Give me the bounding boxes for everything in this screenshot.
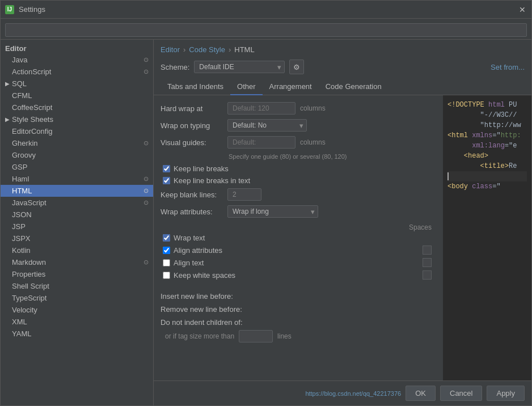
sidebar-item-javascript[interactable]: JavaScript ⊙	[1, 197, 153, 209]
panel-area: Hard wrap at columns Wrap on typing Defa…	[154, 95, 531, 380]
sidebar-item-json[interactable]: JSON	[1, 209, 153, 221]
code-line-2: "-//W3C//	[447, 110, 527, 120]
tag-size-suffix: lines	[277, 332, 292, 340]
align-attributes-space[interactable]	[423, 246, 432, 255]
tab-tabs-indents[interactable]: Tabs and Indents	[161, 79, 230, 95]
breadcrumb-sep1: ›	[183, 45, 185, 54]
no-indent-children-label: Do not indent children of:	[161, 318, 436, 327]
keep-white-spaces-label: Keep white spaces	[174, 271, 423, 280]
sidebar-item-jspx[interactable]: JSPX	[1, 232, 153, 244]
sidebar-item-markdown-icon: ⊙	[143, 259, 149, 266]
sidebar-item-yaml[interactable]: YAML	[1, 328, 153, 340]
sidebar-item-typescript[interactable]: TypeScript	[1, 292, 153, 304]
sidebar-item-sql[interactable]: ▶ SQL	[1, 78, 153, 90]
align-text-row: Align text	[161, 258, 436, 267]
app-icon: IJ	[5, 5, 14, 14]
settings-window: IJ Settings ✕ Editor Java ⊙ ActionScript…	[0, 0, 532, 406]
settings-panel: Hard wrap at columns Wrap on typing Defa…	[154, 95, 443, 380]
cancel-button[interactable]: Cancel	[440, 386, 482, 401]
sidebar-item-gherkin-label: Gherkin	[12, 139, 38, 147]
sidebar-item-xml-label: XML	[12, 318, 27, 326]
sidebar-item-sql-label: SQL	[12, 79, 27, 88]
wrap-text-checkbox[interactable]	[163, 234, 170, 242]
sidebar-item-jsp[interactable]: JSP	[1, 221, 153, 232]
align-attributes-checkbox[interactable]	[163, 247, 170, 254]
sidebar-item-markdown[interactable]: Markdown ⊙	[1, 256, 153, 268]
sidebar-item-properties[interactable]: Properties	[1, 268, 153, 280]
sidebar-item-haml[interactable]: Haml ⊙	[1, 173, 153, 185]
keep-line-breaks-checkbox[interactable]	[163, 165, 170, 172]
breadcrumb-codestyle: Code Style	[189, 45, 225, 54]
scheme-select[interactable]: Default IDE Project	[194, 61, 285, 73]
sidebar-item-groovy[interactable]: Groovy	[1, 149, 153, 161]
align-text-checkbox[interactable]	[163, 259, 170, 267]
sidebar-item-javascript-icon: ⊙	[143, 199, 149, 206]
sidebar-item-coffeescript[interactable]: CoffeeScript	[1, 102, 153, 113]
insert-new-line-label: Insert new line before:	[161, 292, 436, 301]
scheme-label: Scheme:	[161, 63, 189, 71]
sidebar-item-cfml[interactable]: CFML	[1, 90, 153, 102]
sidebar-item-properties-label: Properties	[12, 270, 45, 278]
hard-wrap-input[interactable]	[227, 102, 295, 115]
close-button[interactable]: ✕	[518, 5, 527, 14]
keep-white-spaces-space[interactable]	[423, 270, 432, 280]
right-panel: Editor › Code Style › HTML Scheme: Defau…	[154, 40, 531, 405]
ok-button[interactable]: OK	[406, 386, 436, 401]
tag-size-prefix: or if tag size more than	[165, 332, 234, 340]
sidebar-item-velocity-label: Velocity	[12, 306, 37, 314]
tab-arrangement[interactable]: Arrangement	[263, 79, 319, 95]
sidebar-item-java-icon: ⊙	[143, 56, 149, 64]
wrap-text-row: Wrap text	[161, 234, 436, 242]
sidebar-item-actionscript[interactable]: ActionScript ⊙	[1, 66, 153, 78]
sidebar-item-haml-label: Haml	[12, 175, 29, 183]
align-text-space[interactable]	[423, 258, 432, 267]
window-body: Editor Java ⊙ ActionScript ⊙ ▶ SQL CFML	[1, 19, 531, 405]
breadcrumb: Editor › Code Style › HTML	[154, 40, 531, 57]
search-input[interactable]	[5, 23, 527, 37]
tag-size-input[interactable]	[239, 330, 273, 342]
scheme-row: Scheme: Default IDE Project ⚙ Set from..…	[154, 57, 531, 79]
tab-code-generation[interactable]: Code Generation	[319, 79, 389, 95]
code-line-4: <html xmlns="http:	[447, 130, 527, 141]
sidebar-item-gsp[interactable]: GSP	[1, 161, 153, 173]
sidebar-item-yaml-label: YAML	[12, 329, 31, 338]
remove-new-line-label: Remove new line before:	[161, 305, 436, 314]
sidebar-item-html[interactable]: HTML ⊙	[1, 185, 153, 197]
visual-guides-input[interactable]	[227, 136, 295, 149]
main-content: Editor Java ⊙ ActionScript ⊙ ▶ SQL CFML	[1, 40, 531, 405]
guide-hint: Specify one guide (80) or several (80, 1…	[229, 153, 436, 160]
gear-button[interactable]: ⚙	[289, 60, 304, 74]
sidebar-item-java[interactable]: Java ⊙	[1, 54, 153, 66]
code-preview: <!DOCTYPE html PU "-//W3C// "http://ww <…	[443, 95, 531, 380]
hard-wrap-label: Hard wrap at	[161, 104, 223, 113]
sidebar-item-markdown-label: Markdown	[12, 258, 46, 267]
tab-other[interactable]: Other	[230, 79, 263, 95]
sidebar-item-groovy-label: Groovy	[12, 151, 36, 159]
keep-line-breaks-text-checkbox[interactable]	[163, 177, 170, 184]
set-from-button[interactable]: Set from...	[491, 63, 525, 71]
scheme-select-wrap: Default IDE Project	[194, 61, 285, 73]
sidebar-item-shellscript[interactable]: Shell Script	[1, 280, 153, 292]
sidebar-item-html-icon: ⊙	[143, 187, 149, 194]
sidebar-item-actionscript-icon: ⊙	[143, 68, 149, 75]
wrap-attrs-select[interactable]: Wrap if long Do not wrap Wrap always Wra…	[227, 205, 318, 218]
sidebar-item-gherkin[interactable]: Gherkin ⊙	[1, 137, 153, 149]
sidebar-item-editorconfig[interactable]: EditorConfig	[1, 125, 153, 137]
sidebar-item-gherkin-icon: ⊙	[143, 139, 149, 147]
keep-line-breaks-text-row: Keep line breaks in text	[161, 176, 436, 185]
sidebar-item-velocity[interactable]: Velocity	[1, 304, 153, 316]
wrap-typing-select[interactable]: Default: No Yes No	[227, 119, 307, 132]
code-line-6: <head>	[447, 151, 527, 161]
sidebar-item-xml[interactable]: XML	[1, 316, 153, 328]
keep-white-spaces-checkbox[interactable]	[163, 272, 170, 279]
sidebar-item-kotlin-label: Kotlin	[12, 246, 31, 255]
keep-blank-lines-input[interactable]	[227, 188, 261, 201]
search-bar	[1, 19, 531, 40]
sidebar-item-kotlin[interactable]: Kotlin	[1, 244, 153, 256]
code-line-3: "http://ww	[447, 120, 527, 130]
apply-button[interactable]: Apply	[487, 386, 525, 401]
keep-line-breaks-label: Keep line breaks	[174, 164, 229, 173]
sidebar-item-stylesheets[interactable]: ▶ Style Sheets	[1, 113, 153, 125]
sidebar-item-sql-arrow: ▶	[5, 81, 10, 87]
breadcrumb-sep2: ›	[229, 45, 231, 54]
